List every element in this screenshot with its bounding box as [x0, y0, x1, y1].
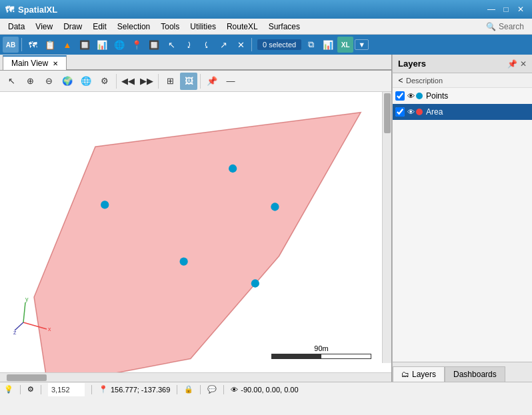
status-light-icon: 💡	[4, 385, 13, 394]
toolbar-select-btn1[interactable]: ⧉	[303, 37, 319, 53]
view-tab-close[interactable]: ✕	[53, 60, 58, 67]
status-lock: 🔒	[184, 385, 193, 394]
map-point-3[interactable]	[271, 203, 279, 210]
toolbar-select-btn2[interactable]: 📊	[320, 37, 336, 53]
layers-tab-layers[interactable]: 🗂 Layers	[393, 366, 445, 382]
layers-title: Layers	[398, 59, 426, 69]
layer-area-dot	[416, 109, 423, 115]
map-panel: Main View ✕ ↖ ⊕ ⊖ 🌍 🌐 ⚙ ◀◀ ▶▶ ⊞ 🖼 📌 —	[0, 55, 392, 382]
scale-bar: 90m	[271, 344, 371, 359]
map-tool-pin[interactable]: 📌	[203, 73, 221, 90]
map-tool-settings[interactable]: ⚙	[96, 73, 113, 90]
menu-surfaces[interactable]: Surfaces	[263, 21, 305, 33]
status-light: 💡	[4, 385, 13, 394]
map-tool-grid[interactable]: ⊞	[161, 73, 179, 90]
map-tool-globe2[interactable]: 🌐	[77, 73, 95, 90]
layers-collapse-button[interactable]: <	[395, 73, 406, 88]
menu-draw[interactable]: Draw	[58, 21, 87, 33]
layers-header-buttons: 📌 ✕	[507, 59, 527, 69]
map-tool-pointer[interactable]: ↖	[3, 73, 20, 90]
menu-data[interactable]: Data	[3, 21, 30, 33]
status-sep-1	[20, 385, 21, 394]
map-tool-zoom-in[interactable]: ⊕	[21, 73, 39, 90]
map-point-1[interactable]	[101, 201, 109, 208]
status-msg: 💬	[207, 385, 217, 394]
layer-points-name: Points	[426, 91, 529, 101]
horizontal-scrollbar[interactable]	[0, 372, 391, 382]
map-tool-next[interactable]: ▶▶	[138, 73, 155, 90]
vertical-scrollbar[interactable]	[382, 92, 391, 363]
layers-bottom-tabs: 🗂 Layers Dashboards	[393, 362, 532, 382]
title-bar: 🗺 SpatialXL — □ ✕	[0, 0, 532, 19]
map-tool-image[interactable]: 🖼	[180, 73, 197, 90]
layer-points-checkbox[interactable]	[395, 91, 405, 101]
status-coords-input[interactable]	[48, 383, 85, 396]
title-bar-controls: — □ ✕	[485, 3, 527, 15]
toolbar-btn-map6[interactable]: 🌐	[111, 37, 127, 53]
toolbar-btn-map3[interactable]: ▲	[59, 37, 75, 53]
maximize-button[interactable]: □	[500, 3, 512, 15]
toolbar-btn-map7[interactable]: 📍	[129, 37, 145, 53]
status-coords-input-wrapper[interactable]	[48, 383, 85, 396]
map-tool-minus[interactable]: —	[222, 73, 239, 90]
toolbar-btn-map13[interactable]: ✕	[233, 37, 249, 53]
map-point-2[interactable]	[229, 165, 237, 173]
map-tb-sep-2	[158, 74, 159, 89]
status-sep-3	[91, 385, 92, 394]
status-sep-2	[41, 385, 41, 394]
menu-tools[interactable]: Tools	[155, 21, 185, 33]
main-view-tab[interactable]: Main View ✕	[3, 55, 67, 70]
vscroll-thumb[interactable]	[384, 93, 391, 133]
menu-selection[interactable]: Selection	[112, 21, 155, 33]
toolbar-btn-map1[interactable]: 🗺	[25, 37, 41, 53]
minimize-button[interactable]: —	[485, 3, 497, 15]
toolbar-btn-map10[interactable]: ⤸	[181, 37, 197, 53]
layer-item-points[interactable]: 👁 Points	[393, 88, 532, 104]
search-label[interactable]: Search	[499, 22, 524, 31]
map-point-5[interactable]	[251, 279, 259, 287]
status-lock-icon: 🔒	[184, 385, 193, 394]
hscroll-thumb[interactable]	[7, 374, 47, 381]
close-button[interactable]: ✕	[515, 3, 527, 15]
layer-points-eye: 👁	[407, 92, 415, 100]
menu-view[interactable]: View	[30, 21, 58, 33]
map-tool-prev[interactable]: ◀◀	[119, 73, 137, 90]
toolbar-select-btn3[interactable]: XL	[337, 37, 353, 53]
layer-area-checkbox[interactable]	[395, 107, 405, 117]
toolbar-btn-map11[interactable]: ⤹	[198, 37, 214, 53]
toolbar-btn-map9[interactable]: ↖	[163, 37, 179, 53]
layers-panel: Layers 📌 ✕ < Description 👁 Points 👁	[392, 55, 532, 382]
svg-text:x: x	[48, 326, 51, 332]
layers-tab-dashboards-label: Dashboards	[453, 370, 497, 379]
layer-points-dot	[416, 93, 423, 99]
status-gear: ⚙	[27, 385, 34, 394]
title-bar-left: 🗺 SpatialXL	[5, 5, 57, 15]
toolbar-btn-map8[interactable]: 🔲	[146, 37, 162, 53]
menu-utilities[interactable]: Utilities	[185, 21, 221, 33]
layers-spacer	[393, 225, 532, 362]
layers-tab-dashboards[interactable]: Dashboards	[445, 366, 505, 382]
map-tb-sep-3	[200, 74, 201, 89]
toolbar-btn-map2[interactable]: 📋	[42, 37, 58, 53]
toolbar-btn-map12[interactable]: ↗	[215, 37, 231, 53]
status-position: 📍 156.777; -137.369	[99, 385, 170, 394]
map-tool-zoom-out[interactable]: ⊖	[40, 73, 57, 90]
app-title: SpatialXL	[18, 5, 57, 15]
map-view[interactable]: x y z 90m	[0, 92, 391, 372]
layers-pin-button[interactable]: 📌	[507, 59, 517, 69]
main-toolbar: AB 🗺 📋 ▲ 🔲 📊 🌐 📍 🔲 ↖ ⤸ ⤹ ↗ ✕ 0 selected …	[0, 35, 532, 55]
menu-edit[interactable]: Edit	[87, 21, 112, 33]
toolbar-dropdown[interactable]: ▼	[355, 39, 369, 50]
status-bar: 💡 ⚙ 📍 156.777; -137.369 🔒 💬 👁 -90.00, 0.…	[0, 382, 532, 396]
toolbar-btn-ab[interactable]: AB	[3, 37, 19, 53]
toolbar-btn-map4[interactable]: 🔲	[77, 37, 93, 53]
map-svg	[0, 92, 391, 372]
scale-label: 90m	[313, 344, 329, 352]
view-tab-bar: Main View ✕	[0, 55, 391, 71]
map-tool-globe1[interactable]: 🌍	[59, 73, 76, 90]
menu-routexl[interactable]: RouteXL	[221, 21, 263, 33]
layer-item-area[interactable]: 👁 Area	[393, 104, 532, 120]
toolbar-btn-map5[interactable]: 📊	[94, 37, 110, 53]
layers-close-button[interactable]: ✕	[520, 59, 527, 69]
map-point-4[interactable]	[180, 257, 188, 265]
